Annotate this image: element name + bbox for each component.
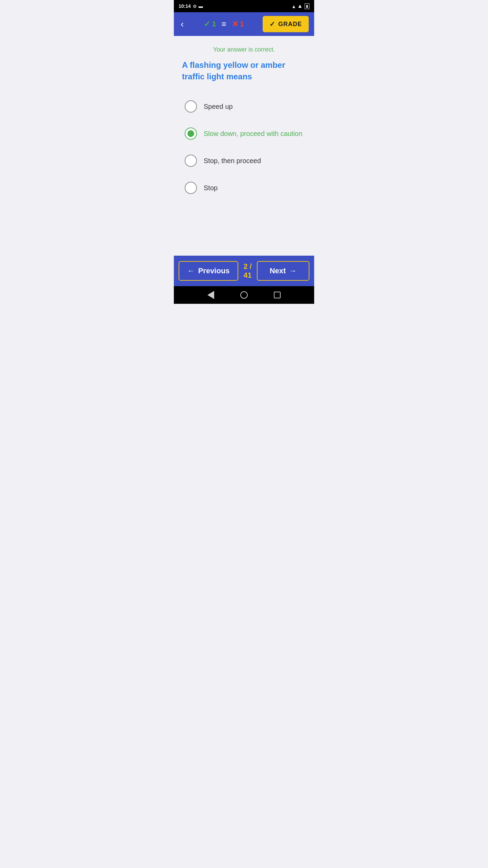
options-list: Speed up Slow down, proceed with caution… (182, 93, 306, 201)
grade-label: GRADE (278, 21, 302, 28)
option-3-text: Stop, then proceed (204, 157, 261, 165)
radio-2 (185, 127, 197, 140)
stats-divider: ≡ (222, 19, 226, 29)
x-icon: ✕ (232, 19, 239, 29)
check-icon: ✓ (204, 19, 210, 29)
option-2-text: Slow down, proceed with caution (204, 130, 302, 138)
next-arrow-icon: → (289, 267, 297, 275)
battery-icon: ▮ (305, 3, 309, 9)
grade-button[interactable]: ✓ GRADE (263, 16, 309, 32)
wifi-icon: ▴ (292, 3, 295, 9)
sim-icon: ▬ (199, 4, 203, 9)
footer: ← Previous 2 / 41 Next → (174, 256, 314, 286)
previous-arrow-icon: ← (187, 267, 195, 275)
previous-label: Previous (198, 267, 230, 275)
question-text: A flashing yellow or amber traffic light… (182, 59, 306, 82)
status-bar: 10:14 ⊙ ▬ ▴ ▲ ▮ (174, 0, 314, 12)
radio-1 (185, 100, 197, 113)
correct-count: 1 (212, 20, 216, 28)
grade-check-icon: ✓ (269, 20, 276, 28)
next-label: Next (270, 267, 286, 275)
back-nav-icon[interactable] (207, 291, 214, 299)
correct-stat: ✓ 1 (204, 19, 216, 29)
option-1-text: Speed up (204, 103, 233, 111)
option-3[interactable]: Stop, then proceed (182, 147, 306, 174)
home-nav-icon[interactable] (240, 291, 248, 299)
option-4[interactable]: Stop (182, 174, 306, 201)
option-4-text: Stop (204, 184, 218, 192)
header: ‹ ✓ 1 ≡ ✕ 1 ✓ GRADE (174, 12, 314, 36)
signal-icon: ▲ (297, 3, 303, 9)
notification-icon: ⊙ (193, 4, 197, 9)
next-button[interactable]: Next → (257, 261, 309, 281)
correct-message: Your answer is correct. (182, 46, 306, 53)
header-stats: ✓ 1 ≡ ✕ 1 (204, 19, 244, 29)
previous-button[interactable]: ← Previous (179, 261, 238, 281)
radio-3 (185, 155, 197, 167)
page-indicator: 2 / 41 (238, 262, 257, 280)
option-2[interactable]: Slow down, proceed with caution (182, 120, 306, 147)
time-display: 10:14 (179, 3, 191, 9)
option-1[interactable]: Speed up (182, 93, 306, 120)
wrong-stat: ✕ 1 (232, 19, 244, 29)
back-button[interactable]: ‹ (179, 17, 185, 31)
radio-4 (185, 182, 197, 194)
radio-2-inner (187, 130, 194, 137)
status-time: 10:14 ⊙ ▬ (179, 3, 203, 9)
main-content: Your answer is correct. A flashing yello… (174, 36, 314, 256)
wrong-count: 1 (240, 20, 244, 28)
status-icons: ▴ ▲ ▮ (292, 3, 309, 9)
recents-nav-icon[interactable] (274, 292, 281, 298)
system-nav-bar (174, 286, 314, 304)
